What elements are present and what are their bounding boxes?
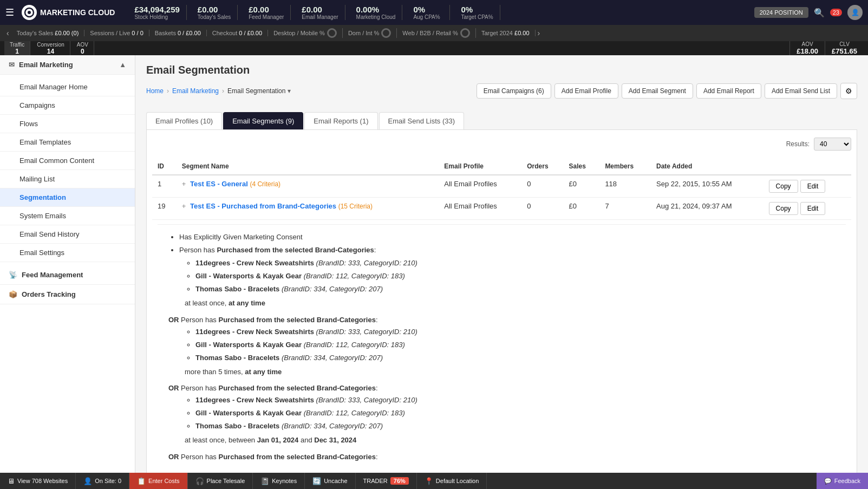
aov-tab[interactable]: AOV 0 <box>71 41 94 55</box>
nav-right: 2024 POSITION 🔍 23 👤 <box>754 5 863 20</box>
tab-email-send-lists[interactable]: Email Send Lists (33) <box>379 112 465 129</box>
email-marketing-section[interactable]: ✉ Email Marketing ▲ <box>0 55 135 75</box>
row2-sales: £0 <box>564 198 600 220</box>
feed-icon: 📡 <box>9 271 17 279</box>
expand-icon[interactable]: + <box>182 202 186 210</box>
logo-icon <box>22 5 37 20</box>
add-email-profile-button[interactable]: Add Email Profile <box>554 83 618 99</box>
row2-email-profile: All Email Profiles <box>439 198 521 220</box>
row1-copy-button[interactable]: Copy <box>769 180 798 193</box>
table-header-row: ID Segment Name Email Profile Orders Sal… <box>152 158 851 175</box>
tab-email-profiles[interactable]: Email Profiles (10) <box>146 112 222 129</box>
row1-sales: £0 <box>564 175 600 198</box>
row2-segment-name: + Test ES - Purchased from Brand-Categor… <box>177 198 439 220</box>
main-content: Email Segmentation Home › Email Marketin… <box>135 55 868 473</box>
feed-manager-stat: £0.00 Feed Manager <box>242 5 291 20</box>
row2-copy-button[interactable]: Copy <box>769 202 798 215</box>
col-email-profile: Email Profile <box>439 158 521 175</box>
table-row: 1 + Test ES - General (4 Criteria) All E… <box>152 175 851 198</box>
user-avatar[interactable]: 👤 <box>847 5 863 20</box>
feed-management-section[interactable]: 📡 Feed Management <box>0 265 135 285</box>
position-button[interactable]: 2024 POSITION <box>754 7 808 18</box>
logo[interactable]: MARKETING CLOUD <box>22 5 115 20</box>
hamburger-icon[interactable]: ☰ <box>5 6 14 18</box>
stats-next-arrow[interactable]: › <box>536 29 543 37</box>
col-id: ID <box>152 158 177 175</box>
row2-edit-button[interactable]: Edit <box>800 202 826 215</box>
notification-badge[interactable]: 23 <box>830 9 842 16</box>
results-row: Results: 40 20 60 100 <box>152 135 851 153</box>
brand-cat-item: Gill - Watersports & Kayak Gear (BrandID… <box>195 270 835 282</box>
segment-name-link[interactable]: Test ES - General <box>190 180 248 188</box>
segment-name-link[interactable]: Test ES - Purchased from Brand-Categorie… <box>190 202 336 210</box>
sidebar-item-email-manager-home[interactable]: Email Manager Home <box>0 78 135 96</box>
marketing-cloud-stat: 0.00% Marketing Cloud <box>350 5 403 20</box>
orders-tracking-section[interactable]: 📦 Orders Tracking <box>0 285 135 304</box>
tab-email-segments[interactable]: Email Segments (9) <box>223 112 303 129</box>
breadcrumb-home[interactable]: Home <box>146 87 164 95</box>
breadcrumb-section[interactable]: Email Marketing <box>172 87 219 95</box>
email-icon: ✉ <box>9 61 15 69</box>
stats-prev-arrow[interactable]: ‹ <box>4 29 11 37</box>
search-icon[interactable]: 🔍 <box>814 8 825 18</box>
breadcrumb: Home › Email Marketing › Email Segmentat… <box>146 87 291 95</box>
sidebar-item-system-emails[interactable]: System Emails <box>0 207 135 225</box>
or-clause-2: OR Person has Purchased from the selecte… <box>168 382 835 394</box>
email-marketing-label: Email Marketing <box>19 61 73 69</box>
tab-email-reports[interactable]: Email Reports (1) <box>304 112 377 129</box>
sidebar: ✉ Email Marketing ▲ Email Manager Home C… <box>0 55 135 473</box>
add-email-report-button[interactable]: Add Email Report <box>696 83 761 99</box>
sidebar-item-campaigns[interactable]: Campaigns <box>0 96 135 115</box>
action-buttons-row: Email Campaigns (6) Add Email Profile Ad… <box>477 83 857 99</box>
sidebar-item-email-send-history[interactable]: Email Send History <box>0 225 135 244</box>
expand-icon[interactable]: + <box>182 180 186 188</box>
clv-right-stat: CLV £751.65 <box>825 41 864 55</box>
todays-sales-stat: £0.00 Today's Sales <box>191 5 238 20</box>
dom-int-stat: Dom / Int % <box>343 28 397 38</box>
row1-edit-button[interactable]: Edit <box>800 180 826 193</box>
sidebar-item-email-settings[interactable]: Email Settings <box>0 244 135 262</box>
tab-row: Email Profiles (10) Email Segments (9) E… <box>146 112 857 130</box>
row1-copy-edit: Copy Edit <box>769 180 846 193</box>
target-cpa-stat: 0% Target CPA% <box>454 5 500 20</box>
criteria-detail-cell: Has Explicitly Given Marketing Consent P… <box>152 220 851 473</box>
row2-date-added: Aug 21, 2024, 09:37 AM <box>651 198 763 220</box>
add-email-send-list-button[interactable]: Add Email Send List <box>765 83 837 99</box>
brand-cat-item: Thomas Sabo - Bracelets (BrandID: 334, C… <box>195 352 835 364</box>
orders-tracking-label: Orders Tracking <box>22 290 76 298</box>
criteria-item: Has Explicitly Given Marketing Consent <box>179 231 835 243</box>
col-members: Members <box>599 158 651 175</box>
or-clause-1: OR Person has Purchased from the selecte… <box>168 314 835 326</box>
breadcrumb-dropdown-icon[interactable]: ▾ <box>288 87 291 95</box>
sidebar-item-flows[interactable]: Flows <box>0 115 135 133</box>
col-segment-name: Segment Name <box>177 158 439 175</box>
row1-date-added: Sep 22, 2015, 10:55 AM <box>651 175 763 198</box>
row1-id: 1 <box>152 175 177 198</box>
sidebar-item-segmentation[interactable]: Segmentation <box>0 188 135 207</box>
criteria-detail-row: Has Explicitly Given Marketing Consent P… <box>152 220 851 473</box>
checkout-stat: Checkout 0 / £0.00 <box>207 30 268 36</box>
row1-orders: 0 <box>521 175 563 198</box>
brand-categories-list-1: 11degrees - Crew Neck Sweatshirts (Brand… <box>168 257 835 295</box>
brand-cat-item: Thomas Sabo - Bracelets (BrandID: 334, C… <box>195 420 835 432</box>
row1-email-profile: All Email Profiles <box>439 175 521 198</box>
breadcrumb-current: Email Segmentation ▾ <box>227 87 291 95</box>
sidebar-item-email-templates[interactable]: Email Templates <box>0 133 135 152</box>
logo-text: MARKETING CLOUD <box>40 8 115 17</box>
main-layout: ✉ Email Marketing ▲ Email Manager Home C… <box>0 55 868 473</box>
sidebar-item-email-common-content[interactable]: Email Common Content <box>0 152 135 170</box>
sidebar-item-mailing-list[interactable]: Mailing List <box>0 170 135 188</box>
or-clause-3: OR Person has Purchased from the selecte… <box>168 451 835 463</box>
top-nav: ☰ MARKETING CLOUD £34,094,259 Stock Hold… <box>0 0 868 25</box>
add-email-segment-button[interactable]: Add Email Segment <box>622 83 693 99</box>
results-select[interactable]: 40 20 60 100 <box>814 138 851 151</box>
email-campaigns-button[interactable]: Email Campaigns (6) <box>477 83 551 99</box>
target-2024-stat: Target 2024 £0.00 <box>476 30 536 36</box>
col-sales: Sales <box>564 158 600 175</box>
settings-gear-button[interactable]: ⚙ <box>840 83 857 99</box>
results-label: Results: <box>786 140 810 148</box>
conversion-tab[interactable]: Conversion 14 <box>31 41 70 55</box>
collapse-icon: ▲ <box>119 61 126 69</box>
brand-cat-item: Thomas Sabo - Bracelets (BrandID: 334, C… <box>195 283 835 295</box>
traffic-tab[interactable]: Traffic 1 <box>4 41 30 55</box>
